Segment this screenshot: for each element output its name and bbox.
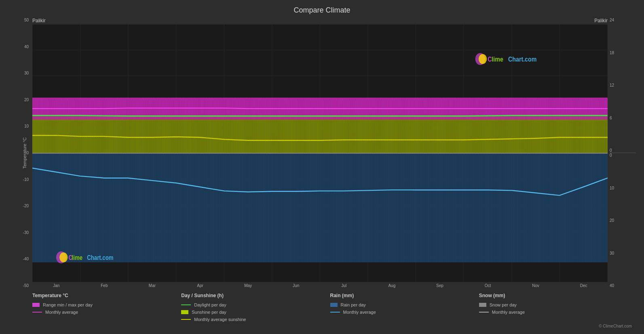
y-tick-right-12: 12	[610, 83, 614, 87]
y-tick-right-30: 30	[610, 251, 614, 255]
y-tick: -50	[23, 283, 29, 288]
x-tick-jul: Jul	[320, 283, 368, 288]
chart-wrapper: Temperature °C 50 40 30 20 10 0 -10 -20 …	[8, 18, 636, 288]
y-axis-right: 24 18 12 6 0 0 10 20 30 40 Day / Sunshin…	[608, 18, 636, 288]
legend-item-snow-avg: Monthly average	[479, 310, 628, 315]
legend-item-rain-swatch: Rain per day	[330, 302, 479, 307]
legend-label-rain: Rain per day	[341, 302, 366, 307]
legend-title-temperature: Temperature °C	[32, 293, 181, 298]
svg-point-47	[479, 54, 487, 64]
legend-item-sunshine-swatch: Sunshine per day	[181, 310, 330, 315]
legend: Temperature °C Range min / max per day M…	[8, 288, 636, 324]
y-tick-right-0top: 0	[610, 148, 612, 153]
chart-area-wrapper: Palikir Palikir	[32, 18, 608, 288]
x-tick-feb: Feb	[80, 283, 129, 288]
page-title: Compare Climate	[8, 4, 636, 18]
y-tick: -40	[23, 257, 29, 261]
legend-item-temp-range: Range min / max per day	[32, 302, 181, 307]
svg-text:lime: lime	[492, 55, 503, 63]
daylight-line	[181, 304, 191, 305]
temp-range-swatch	[32, 303, 40, 307]
legend-label-temp-avg: Monthly average	[45, 310, 78, 315]
legend-label-snow: Snow per day	[490, 302, 517, 307]
x-tick-jun: Jun	[272, 283, 320, 288]
x-tick-mar: Mar	[128, 283, 176, 288]
sunshine-avg-line	[181, 319, 191, 320]
svg-rect-31	[32, 153, 608, 263]
legend-label-sunshine: Sunshine per day	[192, 310, 226, 315]
y-tick-right-20: 20	[610, 218, 614, 223]
temp-avg-line	[32, 312, 42, 313]
x-tick-dec: Dec	[560, 283, 608, 288]
legend-group-temperature: Temperature °C Range min / max per day M…	[32, 293, 181, 322]
y-tick-right-10: 10	[610, 186, 614, 190]
y-tick-right-40: 40	[610, 283, 614, 288]
legend-label-temp-range: Range min / max per day	[43, 302, 93, 307]
chart-canvas: This block uses inline SVG pattern lines	[32, 24, 608, 282]
rain-avg-line	[330, 312, 340, 313]
y-axis-left: Temperature °C 50 40 30 20 10 0 -10 -20 …	[8, 18, 32, 288]
legend-label-daylight: Daylight per day	[194, 302, 226, 307]
legend-title-snow: Snow (mm)	[479, 293, 628, 298]
rain-swatch	[330, 303, 338, 307]
y-tick: 30	[24, 71, 29, 75]
y-tick: 20	[24, 98, 29, 102]
y-tick-right-18: 18	[610, 51, 614, 55]
legend-title-sunshine: Day / Sunshine (h)	[181, 293, 330, 298]
legend-item-temp-avg: Monthly average	[32, 310, 181, 315]
svg-text:Chart.com: Chart.com	[87, 254, 113, 261]
svg-text:Chart.com: Chart.com	[508, 55, 536, 63]
legend-title-rain: Rain (mm)	[330, 293, 479, 298]
chart-svg: This block uses inline SVG pattern lines	[32, 24, 608, 282]
location-right: Palikir	[594, 18, 608, 23]
svg-point-42	[59, 253, 68, 263]
y-tick-right-24: 24	[610, 18, 614, 22]
x-tick-jan: Jan	[32, 283, 80, 288]
legend-label-snow-avg: Monthly average	[492, 310, 525, 315]
y-tick: -20	[23, 204, 29, 208]
svg-text:C: C	[488, 55, 492, 63]
legend-item-snow-swatch: Snow per day	[479, 302, 628, 307]
y-tick-right-0bot: 0	[610, 153, 612, 157]
y-tick: 10	[24, 124, 29, 128]
page: Compare Climate Temperature °C 50 40 30 …	[0, 0, 644, 334]
legend-item-sunshine-avg: Monthly average sunshine	[181, 317, 330, 322]
location-labels: Palikir Palikir	[32, 18, 608, 24]
legend-label-sunshine-avg: Monthly average sunshine	[194, 317, 246, 322]
sunshine-swatch	[181, 310, 188, 314]
snow-avg-line	[479, 312, 489, 313]
x-tick-may: May	[224, 283, 272, 288]
x-tick-sep: Sep	[416, 283, 464, 288]
legend-group-sunshine: Day / Sunshine (h) Daylight per day Suns…	[181, 293, 330, 322]
location-left: Palikir	[32, 18, 46, 23]
svg-text:lime: lime	[72, 254, 82, 261]
copyright: © ClimeChart.com	[8, 324, 636, 330]
svg-rect-38	[32, 117, 608, 153]
legend-group-snow: Snow (mm) Snow per day Monthly average	[479, 293, 628, 322]
legend-label-rain-avg: Monthly average	[343, 310, 376, 315]
y-tick: -30	[23, 230, 29, 235]
x-tick-oct: Oct	[464, 283, 512, 288]
x-tick-nov: Nov	[512, 283, 560, 288]
legend-item-daylight: Daylight per day	[181, 302, 330, 307]
y-axis-left-ticks: 50 40 30 20 10 0 -10 -20 -30 -40 -50	[8, 18, 30, 288]
y-tick: 40	[24, 45, 29, 49]
y-tick-right-6: 6	[610, 116, 612, 120]
y-axis-left-label: Temperature °C	[22, 137, 27, 168]
x-tick-apr: Apr	[176, 283, 224, 288]
y-tick: 50	[24, 18, 29, 22]
x-axis: Jan Feb Mar Apr May Jun Jul Aug Sep Oct …	[32, 282, 608, 288]
snow-swatch	[479, 303, 486, 307]
y-tick: -10	[23, 177, 29, 182]
legend-group-rain: Rain (mm) Rain per day Monthly average	[330, 293, 479, 322]
legend-item-rain-avg: Monthly average	[330, 310, 479, 315]
x-tick-aug: Aug	[368, 283, 416, 288]
